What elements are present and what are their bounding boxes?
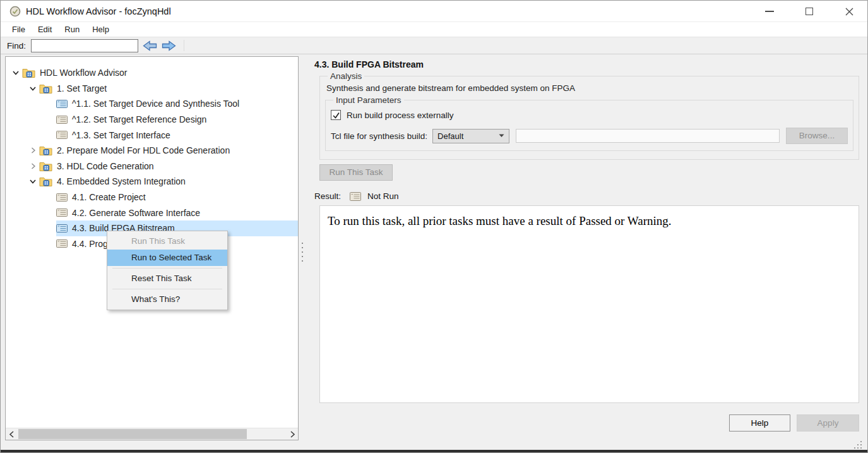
tree-item-set-target[interactable]: 1. Set Target [6,81,298,97]
minimize-button[interactable] [754,1,785,22]
result-message-area: To run this task, all prior tasks must h… [319,205,859,403]
maximize-icon [806,8,813,15]
task-panel-title: 4.3. Build FPGA Bitstream [314,59,424,69]
tree-item-label: 4.1. Create Project [72,192,146,202]
tree-item-create-project[interactable]: 4.1. Create Project [6,190,298,205]
scroll-right-button[interactable] [287,428,298,440]
context-menu: Run This Task Run to Selected Task Reset… [107,231,228,310]
tree-item-label: 2. Prepare Model For HDL Code Generation [57,145,230,155]
tcl-file-path-input[interactable] [516,129,780,143]
result-message: To run this task, all prior tasks must h… [328,214,672,227]
tree-item-set-target-interface[interactable]: ^1.3. Set Target Interface [6,127,298,143]
result-row: Result: Not Run [314,191,399,201]
tree-item-label: ^1.2. Set Target Reference Design [72,114,206,124]
tree-item-set-target-device[interactable]: ^1.1. Set Target Device and Synthesis To… [6,96,298,112]
tree-item-label: 3. HDL Code Generation [57,161,154,171]
task-icon [56,224,68,233]
window-bottom-edge [1,450,867,452]
task-icon [56,193,68,202]
menu-run[interactable]: Run [58,22,86,37]
window-title: HDL Workflow Advisor - focZynqHdl [26,1,171,22]
find-previous-button[interactable] [143,40,157,51]
dropdown-arrow-icon [499,134,504,138]
chevron-right-icon [290,431,295,438]
tree-item-label: 4. Embedded System Integration [57,176,186,186]
analysis-groupbox: Analysis Synthesis and generate bitstrea… [319,71,859,160]
find-next-button[interactable] [162,40,176,51]
tree-item-label: ^1.1. Set Target Device and Synthesis To… [72,99,239,109]
checkmark-icon [332,111,340,119]
panel-splitter-handle[interactable] [302,243,303,262]
run-externally-checkbox[interactable] [331,110,341,120]
minimize-icon [765,11,774,12]
tree-item-embedded-system-integration[interactable]: 4. Embedded System Integration [6,174,298,190]
scrollbar-thumb[interactable] [18,429,247,439]
tree-item-hdl-code-generation[interactable]: 3. HDL Code Generation [6,159,298,174]
close-icon [845,7,854,16]
tree-item-label: 4.4. Prog [72,239,108,249]
blue-arrow-left-icon [143,40,157,51]
input-parameters-legend: Input Parameters [333,95,404,105]
tree-expand-icon[interactable] [27,85,39,92]
tcl-file-dropdown[interactable]: Default [432,129,509,143]
menu-edit[interactable]: Edit [32,22,58,37]
tree-collapse-icon[interactable] [27,147,39,154]
find-label: Find: [7,41,26,51]
title-bar[interactable]: HDL Workflow Advisor - focZynqHdl [1,1,867,22]
tree-expand-icon[interactable] [9,69,22,76]
folder-group-icon [39,161,52,171]
scroll-left-button[interactable] [6,428,17,440]
run-this-task-button[interactable]: Run This Task [319,164,393,181]
context-menu-whats-this[interactable]: What's This? [107,291,227,308]
task-icon [56,100,68,108]
menu-help[interactable]: Help [86,22,116,37]
context-menu-run-this-task[interactable]: Run This Task [107,233,227,250]
task-description: Synthesis and generate bitstream for emb… [326,83,853,93]
tree-item-prepare-model[interactable]: 2. Prepare Model For HDL Code Generation [6,143,298,159]
task-icon [56,131,68,139]
menu-bar: File Edit Run Help [1,22,867,37]
chevron-left-icon [9,431,15,438]
folder-group-icon [39,83,52,94]
browse-button[interactable]: Browse... [786,128,848,144]
menu-separator [112,268,222,269]
task-icon [56,208,68,217]
context-menu-run-to-selected-task[interactable]: Run to Selected Task [107,250,227,266]
tree-item-label: 4.2. Generate Software Interface [72,208,200,218]
tree-item-label: HDL Workflow Advisor [40,68,127,78]
folder-group-icon [39,176,52,186]
menu-file[interactable]: File [6,22,32,37]
task-icon [56,116,68,124]
tree-horizontal-scrollbar[interactable] [6,428,298,440]
input-parameters-groupbox: Input Parameters Run build process exter… [325,95,853,151]
find-input[interactable] [32,40,148,51]
maximize-button[interactable] [794,1,825,22]
window-resize-grip[interactable] [852,441,863,450]
tree-item-label: ^1.3. Set Target Interface [72,130,170,140]
tree-item-generate-software-interface[interactable]: 4.2. Generate Software Interface [6,205,298,220]
app-icon [9,6,21,20]
close-button[interactable] [833,1,865,22]
result-status-icon [350,192,361,201]
blue-arrow-right-icon [162,40,176,51]
tree-collapse-icon[interactable] [27,162,39,170]
analysis-legend: Analysis [328,71,364,81]
toolbar-separator [184,40,184,51]
tcl-file-label: Tcl file for synthesis build: [331,131,427,141]
find-combobox [31,39,138,52]
tree-item-label: 1. Set Target [57,83,107,94]
tree-rows: HDL Workflow Advisor 1. Set Target ^1.1.… [6,57,298,251]
result-label: Result: [314,191,341,201]
tree-expand-icon[interactable] [27,178,39,185]
task-icon [56,239,68,248]
hdl-workflow-advisor-window: { "window": { "title": "HDL Workflow Adv… [0,0,868,453]
tree-item-set-target-reference[interactable]: ^1.2. Set Target Reference Design [6,112,298,128]
menu-separator [112,289,222,289]
context-menu-reset-this-task[interactable]: Reset This Task [107,270,227,287]
result-value: Not Run [367,191,399,201]
folder-group-icon [39,145,52,155]
help-button[interactable]: Help [729,414,790,432]
apply-button[interactable]: Apply [797,414,859,432]
tcl-dropdown-value: Default [437,131,463,141]
tree-item-hdl-workflow-advisor[interactable]: HDL Workflow Advisor [6,65,298,81]
